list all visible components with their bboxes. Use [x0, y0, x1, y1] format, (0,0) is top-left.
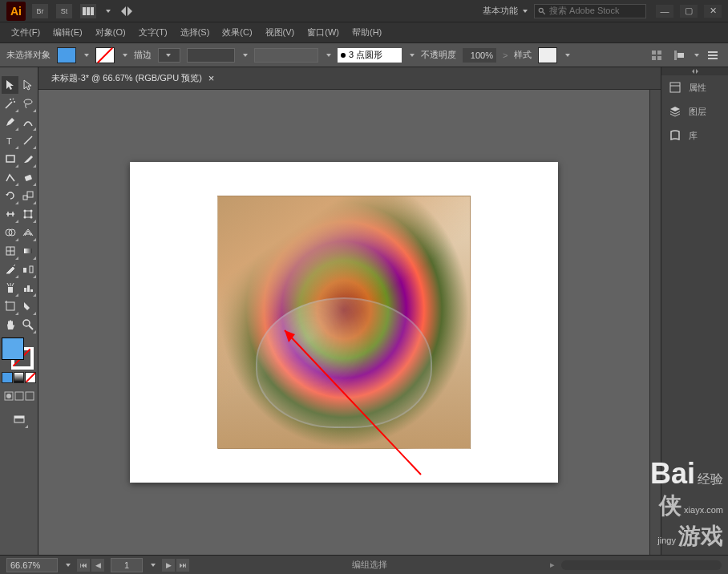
menu-view[interactable]: 视图(V)	[261, 23, 300, 42]
menu-window[interactable]: 窗口(W)	[302, 23, 344, 42]
status-mode: 编组选择	[196, 559, 544, 571]
direct-selection-tool[interactable]	[19, 76, 36, 94]
bridge-icon[interactable]: Br	[32, 4, 48, 18]
type-tool[interactable]: T	[2, 131, 18, 149]
column-graph-tool[interactable]	[19, 279, 36, 297]
tab-close-button[interactable]: ×	[208, 72, 215, 84]
svg-rect-6	[657, 51, 661, 55]
search-input[interactable]: 搜索 Adobe Stock	[534, 4, 646, 18]
artboard-next[interactable]: ▶	[162, 559, 175, 572]
svg-point-44	[6, 394, 11, 398]
workspace-label: 基本功能	[483, 5, 518, 17]
paintbrush-tool[interactable]	[19, 150, 36, 168]
selection-tool[interactable]	[2, 76, 18, 94]
right-panels: 属性 图层 库	[661, 67, 728, 555]
menu-file[interactable]: 文件(F)	[6, 23, 45, 42]
fill-color-box[interactable]	[2, 338, 24, 360]
zoom-tool[interactable]	[19, 316, 36, 333]
stroke-profile[interactable]	[187, 48, 235, 63]
prefs-icon[interactable]	[704, 46, 722, 64]
svg-rect-34	[8, 287, 13, 293]
svg-rect-38	[6, 302, 14, 310]
stroke-weight-input[interactable]	[158, 48, 180, 63]
eyedropper-tool[interactable]	[2, 261, 18, 278]
magic-wand-tool[interactable]	[2, 95, 18, 112]
horizontal-scrollbar[interactable]	[561, 560, 722, 570]
placed-image[interactable]	[217, 196, 471, 449]
graphic-style[interactable]	[538, 47, 557, 63]
gpu-icon[interactable]	[119, 4, 135, 18]
panel-properties[interactable]: 属性	[661, 75, 728, 99]
menu-type[interactable]: 文字(T)	[134, 23, 172, 42]
brush-definition[interactable]	[254, 48, 318, 63]
svg-rect-36	[27, 285, 30, 292]
align-icon[interactable]	[670, 46, 688, 64]
svg-rect-8	[657, 56, 661, 60]
close-button[interactable]: ✕	[704, 5, 722, 18]
width-profile[interactable]: 3 点圆形	[338, 48, 402, 63]
vertical-scrollbar[interactable]	[649, 90, 661, 555]
workspace-selector[interactable]: 基本功能	[476, 3, 534, 18]
menu-edit[interactable]: 编辑(E)	[48, 23, 87, 42]
canvas[interactable]	[38, 90, 649, 555]
shape-builder-tool[interactable]	[2, 224, 18, 241]
svg-rect-18	[24, 175, 32, 181]
svg-rect-32	[23, 268, 26, 273]
zoom-input[interactable]	[6, 558, 58, 572]
svg-rect-20	[27, 192, 33, 197]
document-tab[interactable]: 未标题-3* @ 66.67% (RGB/GPU 预览) ×	[45, 69, 220, 87]
svg-rect-2	[91, 7, 94, 15]
curvature-tool[interactable]	[19, 113, 36, 131]
shaper-tool[interactable]	[2, 168, 18, 186]
minimize-button[interactable]: —	[656, 5, 673, 18]
panel-libraries[interactable]: 库	[661, 123, 728, 148]
mesh-tool[interactable]	[2, 242, 18, 260]
perspective-grid-tool[interactable]	[19, 224, 36, 241]
stroke-label: 描边	[134, 49, 152, 61]
svg-rect-17	[6, 156, 14, 162]
menu-effect[interactable]: 效果(C)	[217, 23, 257, 42]
width-tool[interactable]	[2, 205, 18, 223]
scale-tool[interactable]	[19, 187, 36, 204]
doc-setup-icon[interactable]	[648, 46, 665, 64]
slice-tool[interactable]	[19, 297, 36, 315]
arrange-icon[interactable]	[80, 4, 96, 18]
rotate-tool[interactable]	[2, 187, 18, 204]
style-label: 样式	[514, 49, 532, 61]
draw-mode[interactable]	[2, 387, 36, 405]
panel-layers[interactable]: 图层	[661, 99, 728, 123]
fill-swatch[interactable]	[57, 47, 76, 63]
artboard-tool[interactable]	[2, 297, 18, 315]
artboard-prev[interactable]: ◀	[91, 559, 104, 572]
color-mode-gradient[interactable]	[14, 372, 25, 383]
menu-help[interactable]: 帮助(H)	[347, 23, 386, 42]
free-transform-tool[interactable]	[19, 205, 36, 223]
rectangle-tool[interactable]	[2, 150, 18, 168]
menu-object[interactable]: 对象(O)	[91, 23, 131, 42]
svg-point-41	[23, 320, 30, 326]
stock-icon[interactable]: St	[56, 4, 72, 18]
eraser-tool[interactable]	[19, 168, 36, 186]
opacity-input[interactable]	[463, 48, 496, 63]
artboard-first[interactable]: ⏮	[77, 559, 90, 572]
symbol-sprayer-tool[interactable]	[2, 279, 18, 297]
blend-tool[interactable]	[19, 261, 36, 278]
color-mode-solid[interactable]	[2, 372, 13, 383]
screen-mode-tool[interactable]	[10, 410, 28, 428]
pen-tool[interactable]	[2, 113, 18, 131]
gradient-tool[interactable]	[19, 242, 36, 260]
fill-stroke-indicator[interactable]	[2, 338, 34, 370]
color-mode-none[interactable]	[25, 372, 36, 383]
svg-point-14	[24, 99, 32, 104]
menu-select[interactable]: 选择(S)	[176, 23, 215, 42]
artboard-last[interactable]: ⏭	[176, 559, 189, 572]
svg-point-24	[23, 216, 26, 219]
control-bar: 未选择对象 描边 3 点圆形 不透明度 > 样式	[0, 43, 728, 67]
stroke-swatch[interactable]	[95, 47, 115, 63]
panel-collapse-toggle[interactable]	[661, 67, 728, 75]
artboard-number[interactable]	[111, 558, 143, 572]
line-tool[interactable]	[19, 131, 36, 149]
hand-tool[interactable]	[2, 316, 18, 333]
lasso-tool[interactable]	[19, 95, 36, 112]
maximize-button[interactable]: ▢	[680, 5, 698, 18]
